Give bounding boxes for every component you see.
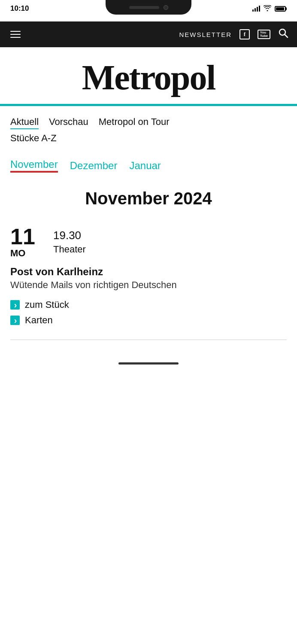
logo-area: Metropol: [0, 47, 297, 104]
link-karten[interactable]: Karten: [10, 315, 287, 326]
arrow-icon-zum-stuck: [10, 300, 20, 310]
event-date-block: 11 MO: [10, 225, 40, 259]
youtube-icon[interactable]: You Tube: [258, 30, 270, 39]
event-venue: Theater: [53, 244, 86, 255]
month-heading: November 2024: [0, 176, 297, 217]
link-zum-stuck[interactable]: zum Stück: [10, 299, 287, 310]
search-icon[interactable]: [278, 28, 288, 41]
tab-stuecke-az[interactable]: Stücke A-Z: [10, 133, 57, 143]
tab-metropol-on-tour[interactable]: Metropol on Tour: [99, 116, 170, 128]
month-tab-november[interactable]: November: [10, 158, 58, 173]
home-indicator: [0, 357, 297, 373]
month-tab-dezember[interactable]: Dezember: [70, 160, 118, 172]
event-date-row: 11 MO 19.30 Theater: [0, 217, 297, 259]
status-time: 10:10: [10, 4, 29, 13]
link-zum-stuck-label: zum Stück: [25, 299, 69, 310]
signal-icon: [252, 6, 260, 12]
month-tabs: November Dezember Januar: [0, 151, 297, 176]
site-logo[interactable]: Metropol: [82, 60, 215, 95]
event-time-block: 19.30 Theater: [53, 225, 86, 255]
content-divider: [10, 340, 287, 340]
event-time: 19.30: [53, 229, 86, 242]
tab-vorschau[interactable]: Vorschau: [49, 116, 88, 128]
svg-line-1: [285, 35, 288, 38]
event-links: zum Stück Karten: [0, 291, 297, 333]
home-pill: [118, 362, 179, 365]
wifi-icon: [264, 5, 271, 12]
hamburger-menu[interactable]: [9, 29, 22, 39]
battery-icon: [275, 6, 287, 12]
month-tab-januar[interactable]: Januar: [129, 160, 161, 172]
event-title: Post von Karlheinz: [10, 266, 287, 278]
event-subtitle: Wütende Mails von richtigen Deutschen: [10, 279, 287, 291]
event-day-number: 11: [10, 225, 40, 248]
navbar: NEWSLETTER f You Tube: [0, 21, 297, 47]
facebook-icon[interactable]: f: [239, 29, 250, 39]
arrow-icon-karten: [10, 316, 20, 325]
link-karten-label: Karten: [25, 315, 53, 326]
newsletter-label[interactable]: NEWSLETTER: [179, 31, 232, 38]
tab-aktuell[interactable]: Aktuell: [10, 116, 39, 129]
event-title-area: Post von Karlheinz Wütende Mails von ric…: [0, 259, 297, 291]
event-day-name: MO: [10, 248, 40, 259]
nav-tabs: Aktuell Vorschau Metropol on Tour Stücke…: [0, 106, 297, 151]
